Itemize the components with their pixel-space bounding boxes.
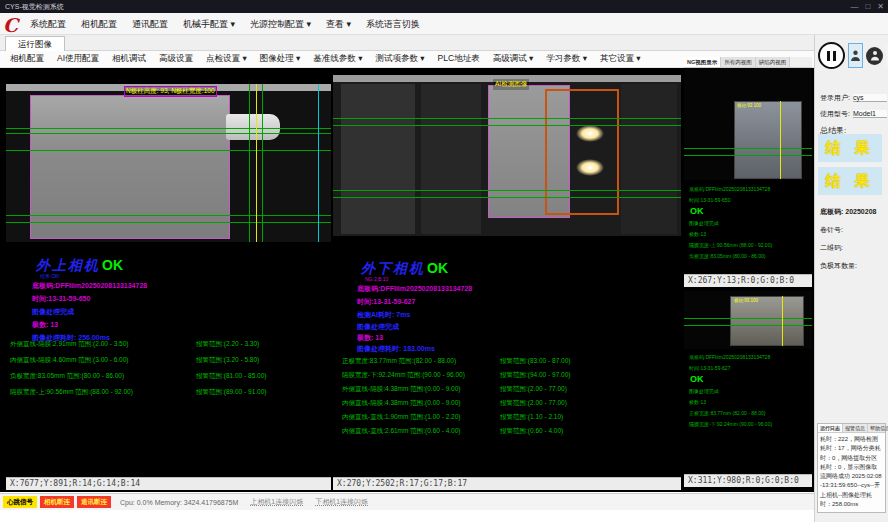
measurement-row: 内侧直线-直线:1.90mm 范围:(1.00 - 2.20) 报警范围:(1.… xyxy=(342,413,679,422)
user-icon xyxy=(850,49,861,62)
tiny-text-line: 隔膜宽度-上:90.56mm (88.00 - 92.00) xyxy=(689,240,772,251)
menu-item[interactable]: 机械手配置 ▾ xyxy=(183,18,235,31)
close-button[interactable]: ✕ xyxy=(877,0,884,13)
overlay-line xyxy=(333,125,681,126)
toolbar-item[interactable]: 其它设置 ▾ xyxy=(600,53,641,65)
menu-item[interactable]: 系统配置 xyxy=(30,18,66,31)
toolbar-item[interactable]: 测试项参数 ▾ xyxy=(375,53,424,65)
log-tab[interactable]: 运行日志 xyxy=(818,424,843,432)
overlay-line xyxy=(333,197,681,198)
user-icon xyxy=(870,50,880,61)
measurement-row: 外侧直线-隔膜:4.38mm 范围:(0.00 - 9.00) 报警范围:(2.… xyxy=(342,385,679,394)
title-bar: CYS-视觉检测系统 — □ ✕ xyxy=(0,0,888,13)
qr-code-row: 二维码: xyxy=(820,243,843,253)
tiny-text-line: 负极宽度:83.05mm (80.00 - 86.00) xyxy=(689,251,772,262)
toolbar-item[interactable]: 高级调试 ▾ xyxy=(493,53,534,65)
small-view-tab[interactable]: 缺陷内视图 xyxy=(756,57,791,67)
tiny-text-line: 图像处理完成 xyxy=(689,218,772,229)
camera-image-lower[interactable]: AI检测图像 xyxy=(333,75,681,236)
result-text-lines: 图像处理完成极数:13正极宽度:83.77mm (82.00 - 88.00)隔… xyxy=(689,386,772,430)
alarm-range: 报警范围:(83.00 - 87.00) xyxy=(500,357,570,366)
login-user-value[interactable]: cys xyxy=(853,94,887,102)
overlay-line xyxy=(6,150,331,151)
toolbar-item[interactable]: AI使用配置 xyxy=(57,53,99,65)
upper-camera-status[interactable]: 上相机1连接闪烁 xyxy=(250,497,303,507)
log-tab[interactable]: 帮助信息 xyxy=(868,424,888,432)
alarm-range: 报警范围:(2.20 - 3.30) xyxy=(196,340,259,349)
tiny-text-line: 时间:13-31-59-650 xyxy=(689,195,770,206)
camera-image-upper[interactable]: N极柱高度: 93, N极柱宽度:100 xyxy=(6,84,331,242)
tiny-text-line: 正极宽度:83.77mm (82.00 - 88.00) xyxy=(689,408,772,419)
board-code-row: 底板码: 20250208 xyxy=(820,207,876,217)
login-user-button[interactable] xyxy=(848,43,863,68)
measurement-value: 内侧直线-隔膜:4.38mm 范围:(0.00 - 9.00) xyxy=(342,399,500,408)
menu-item[interactable]: 相机配置 xyxy=(81,18,117,31)
pixel-coords-readout: X:267;Y:13;R:0;G:0;B:0 xyxy=(684,274,812,287)
toolbar-item[interactable]: 高级设置 xyxy=(159,53,193,65)
result-text-lines: 底板码:DFFIiim20250208133134728时间:13-31-59-… xyxy=(689,352,770,374)
menu: 系统配置相机配置通讯配置机械手配置 ▾光源控制配置 ▾查看 ▾系统语言切换 xyxy=(30,13,420,35)
camera-image-small-top[interactable]: 极柱:93 100 xyxy=(684,68,812,180)
pause-button[interactable] xyxy=(818,42,845,69)
alarm-range: 报警范围:(94.00 - 97.00) xyxy=(500,371,570,380)
minimize-button[interactable]: — xyxy=(850,0,858,13)
result-text-lines: 底板码:DFFIiim20250208133134728时间:13-31-59-… xyxy=(689,184,770,206)
model-value[interactable]: Model1 xyxy=(853,110,887,118)
alarm-range: 报警范围:(89.00 - 91.00) xyxy=(196,388,266,397)
small-view-tab[interactable]: 所有内视图 xyxy=(721,57,756,67)
operator-button[interactable] xyxy=(866,47,883,65)
overlay-line xyxy=(262,84,263,242)
login-user-row: 登录用户: cys xyxy=(820,93,887,103)
menu-item[interactable]: 查看 ▾ xyxy=(326,18,351,31)
measurement-value: 外侧直线-隔膜:2.91mm 范围:(2.00 - 3.50) xyxy=(10,340,196,349)
toolbar-item[interactable]: 点检设置 ▾ xyxy=(206,53,247,65)
tab-count-row: 负极耳数量: xyxy=(820,261,857,271)
toolbar-item[interactable]: 基准线参数 ▾ xyxy=(313,53,362,65)
process-done: 图像处理完成 xyxy=(32,307,74,317)
status-bar: 心跳信号相机断连通讯断连 Cpu: 0.0% Memory: 3424.4179… xyxy=(0,493,814,510)
pin-number-row: 卷针号: xyxy=(820,225,843,235)
pole-count: 极数: 13 xyxy=(32,320,58,330)
camera-name: 外下相机 xyxy=(361,260,425,276)
result-ok-text: OK xyxy=(690,206,704,216)
camera-view-lower[interactable]: AI检测图像 外下相机OK NG:2,B:10 底板码:DFFIiim20250… xyxy=(333,73,681,490)
toolbar-item[interactable]: PLC地址表 xyxy=(438,53,480,65)
pin-number-label: 卷针号: xyxy=(820,225,843,235)
app-window: CYS-视觉检测系统 — □ ✕ 系统配置相机配置通讯配置机械手配置 ▾光源控制… xyxy=(0,0,888,522)
menu-item[interactable]: 光源控制配置 ▾ xyxy=(250,18,311,31)
measurement-value: 内侧直线-直线:2.61mm 范围:(0.60 - 4.00) xyxy=(342,427,500,436)
measurement-row: 隔膜宽度-下:92.24mm 范围:(90.00 - 96.00) 报警范围:(… xyxy=(342,371,679,380)
sub-result: NG:2,B:10 xyxy=(365,276,388,282)
result-box-1: 结 果 xyxy=(818,134,882,162)
workpiece-region xyxy=(30,95,230,239)
result-text: 结 果 xyxy=(825,172,874,191)
measurement-row: 内侧直线-隔膜:4.38mm 范围:(0.00 - 9.00) 报警范围:(2.… xyxy=(342,399,679,408)
app-logo-icon: C xyxy=(3,16,18,35)
result-ok-text: OK xyxy=(102,257,123,273)
measurement-value: 正极宽度:83.77mm 范围:(82.00 - 88.00) xyxy=(342,357,500,366)
lower-camera-status[interactable]: 下相机1连接闪烁 xyxy=(315,497,368,507)
process-done: 图像处理完成 xyxy=(357,322,399,332)
camera-view-small-top[interactable]: NG视图显示所有内视图缺陷内视图 极柱:93 100 底板码:DFFIiim20… xyxy=(684,57,812,287)
camera-image-small-bottom[interactable]: 极柱:93 100 xyxy=(684,291,812,349)
camera-view-small-bottom[interactable]: 极柱:93 100 底板码:DFFIiim20250208133134728时间… xyxy=(684,289,812,487)
tab-run-image[interactable]: 运行图像 xyxy=(5,36,65,51)
toolbar-item[interactable]: 图像处理 ▾ xyxy=(260,53,301,65)
measurement-row: 外侧直线-隔膜:2.91mm 范围:(2.00 - 3.50) 报警范围:(2.… xyxy=(10,340,329,349)
measurement-value: 负极宽度:83.05mm 范围:(80.00 - 86.00) xyxy=(10,372,196,381)
tiny-text-line: 底板码:DFFIiim20250208133134728 xyxy=(689,184,770,195)
camera-view-upper[interactable]: N极柱高度: 93, N极柱宽度:100 外上相机OK 结果:OK! 底板码:D… xyxy=(6,73,331,490)
log-tab[interactable]: 报警信息 xyxy=(843,424,868,432)
small-view-tab[interactable]: NG视图显示 xyxy=(684,57,721,67)
maximize-button[interactable]: □ xyxy=(865,0,870,13)
measurement-list: 正极宽度:83.77mm 范围:(82.00 - 88.00) 报警范围:(83… xyxy=(342,357,679,441)
status-chip: 心跳信号 xyxy=(3,496,37,508)
toolbar-item[interactable]: 相机调试 xyxy=(112,53,146,65)
machine-region xyxy=(421,84,481,234)
menu-item[interactable]: 通讯配置 xyxy=(132,18,168,31)
qr-code-label: 二维码: xyxy=(820,243,843,253)
menu-item[interactable]: 系统语言切换 xyxy=(366,18,420,31)
toolbar-item[interactable]: 学习参数 ▾ xyxy=(546,53,587,65)
toolbar-item[interactable]: 相机配置 xyxy=(10,53,44,65)
overlay-line xyxy=(6,133,331,134)
